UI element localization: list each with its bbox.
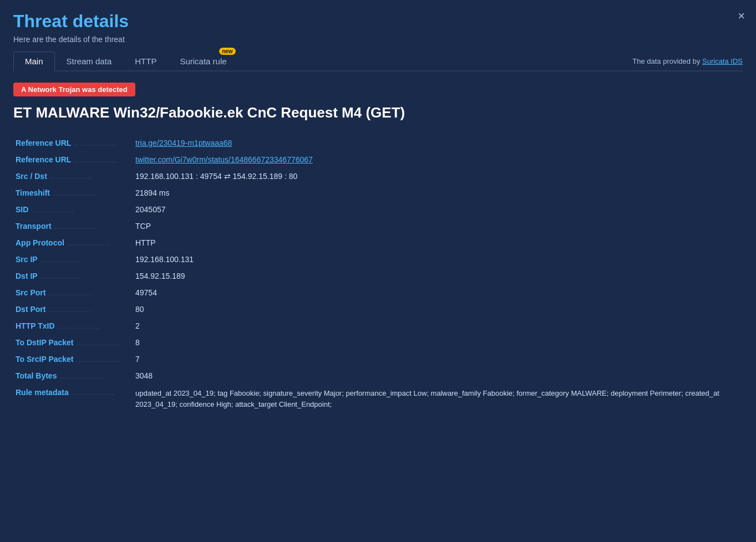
table-row: SID2045057	[13, 201, 743, 218]
field-value: 192.168.100.131	[124, 251, 743, 268]
field-label: SID	[13, 201, 124, 218]
field-value: 154.92.15.189	[124, 268, 743, 284]
field-label: Dst Port	[13, 301, 124, 318]
field-label: Reference URL	[13, 135, 124, 151]
field-label: Dst IP	[13, 268, 124, 284]
table-row: To DstIP Packet8	[13, 334, 743, 351]
table-row: Src IP192.168.100.131	[13, 251, 743, 268]
suricata-ids-link[interactable]: Suricata IDS	[702, 57, 743, 65]
field-value: TCP	[124, 218, 743, 234]
field-value: 21894 ms	[124, 185, 743, 201]
field-label: Timeshift	[13, 185, 124, 201]
table-row: Dst Port80	[13, 301, 743, 318]
table-row: App ProtocolHTTP	[13, 234, 743, 251]
field-label: To SrcIP Packet	[13, 351, 124, 367]
field-value: 192.168.100.131 : 49754 ⇄ 154.92.15.189 …	[124, 168, 743, 185]
table-row: Total Bytes3048	[13, 367, 743, 384]
field-value[interactable]: tria.ge/230419-m1ptwaaa68	[124, 135, 743, 151]
tab-suricata-rule[interactable]: Suricata rule new	[168, 52, 238, 70]
field-value: 2	[124, 318, 743, 334]
field-label: Src Port	[13, 284, 124, 301]
table-row: Reference URLtria.ge/230419-m1ptwaaa68	[13, 135, 743, 151]
tab-main[interactable]: Main	[13, 52, 55, 71]
field-label: App Protocol	[13, 234, 124, 251]
table-row: Reference URLtwitter.com/Gi7w0rm/status/…	[13, 151, 743, 168]
field-label: Rule metadata	[13, 384, 124, 413]
new-badge: new	[219, 48, 235, 55]
field-label: HTTP TxID	[13, 318, 124, 334]
field-value: updated_at 2023_04_19; tag Fabookie; sig…	[124, 384, 743, 413]
field-label: Reference URL	[13, 151, 124, 168]
field-value: HTTP	[124, 234, 743, 251]
field-label: To DstIP Packet	[13, 334, 124, 351]
table-row: Timeshift21894 ms	[13, 185, 743, 201]
table-row: Src / Dst192.168.100.131 : 49754 ⇄ 154.9…	[13, 168, 743, 185]
field-value: 49754	[124, 284, 743, 301]
table-row: To SrcIP Packet7	[13, 351, 743, 367]
panel-title: Threat details	[13, 11, 743, 32]
tab-http[interactable]: HTTP	[123, 52, 168, 70]
panel-subtitle: Here are the details of the threat	[13, 35, 743, 44]
table-row: Dst IP154.92.15.189	[13, 268, 743, 284]
field-label: Src IP	[13, 251, 124, 268]
alert-badge: A Network Trojan was detected	[13, 83, 135, 96]
threat-details-panel: × Threat details Here are the details of…	[0, 0, 756, 542]
table-row: Src Port49754	[13, 284, 743, 301]
field-label: Total Bytes	[13, 367, 124, 384]
field-value: 2045057	[124, 201, 743, 218]
field-label: Src / Dst	[13, 168, 124, 185]
table-row: Rule metadataupdated_at 2023_04_19; tag …	[13, 384, 743, 413]
field-value: 3048	[124, 367, 743, 384]
table-row: HTTP TxID2	[13, 318, 743, 334]
field-label: Transport	[13, 218, 124, 234]
threat-name: ET MALWARE Win32/Fabookie.ek CnC Request…	[13, 104, 743, 121]
field-value: 80	[124, 301, 743, 318]
field-value: 8	[124, 334, 743, 351]
close-button[interactable]: ×	[738, 10, 745, 22]
tabs-row: Main Stream data HTTP Suricata rule new …	[13, 52, 743, 71]
table-row: TransportTCP	[13, 218, 743, 234]
field-value[interactable]: twitter.com/Gi7w0rm/status/1648666723346…	[124, 151, 743, 168]
field-link[interactable]: tria.ge/230419-m1ptwaaa68	[135, 139, 232, 147]
tab-stream-data[interactable]: Stream data	[55, 52, 124, 70]
details-table: Reference URLtria.ge/230419-m1ptwaaa68Re…	[13, 135, 743, 413]
field-link[interactable]: twitter.com/Gi7w0rm/status/1648666723346…	[135, 155, 313, 164]
field-value: 7	[124, 351, 743, 367]
data-provider-label: The data provided by Suricata IDS	[632, 57, 743, 65]
